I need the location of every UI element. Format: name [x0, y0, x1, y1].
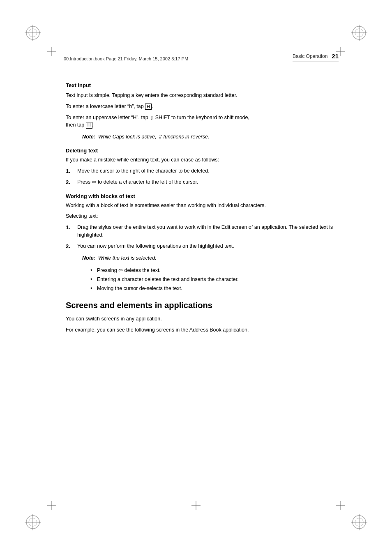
text-input-para1: Text input is simple. Tapping a key ente…: [66, 92, 339, 99]
bullet-symbol-1: •: [90, 266, 97, 274]
blocks-note-label: Note:: [82, 255, 95, 261]
bullet-text-3: Moving the cursor de-selects the text.: [97, 284, 182, 292]
shift-symbol: ⇧: [150, 115, 154, 120]
page-number: 21: [332, 53, 339, 60]
step-num-1: 1.: [66, 167, 77, 175]
text-input-section: Text input Text input is simple. Tapping…: [66, 82, 339, 141]
bullet-symbol-2: •: [90, 275, 97, 283]
bullet-item-2: • Entering a character deletes the text …: [90, 275, 339, 283]
text-input-para3: To enter an uppercase letter “H”, tap ⇧ …: [66, 114, 339, 129]
deleting-text-intro: If you make a mistake while entering tex…: [66, 156, 339, 164]
bullet-item-3: • Moving the cursor de-selects the text.: [90, 284, 339, 292]
crosshair-inner-tl: [47, 47, 56, 58]
step-num-2: 2.: [66, 178, 77, 187]
section-label: Basic Operation: [293, 53, 327, 59]
text-input-heading: Text input: [66, 82, 339, 88]
main-content: Text input Text input is simple. Tapping…: [66, 82, 339, 337]
note-label: Note:: [82, 134, 95, 140]
working-blocks-heading: Working with blocks of text: [66, 193, 339, 199]
step-text-1: Move the cursor to the right of the char…: [77, 167, 339, 175]
blocks-step-num-2: 2.: [66, 242, 77, 251]
screens-elements-section: Screens and elements in applications You…: [66, 301, 339, 334]
corner-decoration-br: [343, 506, 367, 530]
bullet-list: • Pressing ⇦ deletes the text. • Enterin…: [90, 266, 339, 292]
screens-elements-heading: Screens and elements in applications: [66, 301, 339, 310]
blocks-note: Note: While the text is selected:: [82, 254, 339, 262]
screens-elements-para1: You can switch screens in any applicatio…: [66, 315, 339, 323]
screens-elements-para2: For example, you can see the following s…: [66, 326, 339, 334]
deleting-text-heading: Deleting text: [66, 147, 339, 154]
deleting-text-section: Deleting text If you make a mistake whil…: [66, 147, 339, 187]
bullet-item-1: • Pressing ⇦ deletes the text.: [90, 266, 339, 274]
key-h2: H: [86, 122, 92, 128]
step-text-2: Press ⇦ to delete a character to the lef…: [77, 178, 339, 186]
text-input-note: Note: While Caps lock is active, ⇧ funct…: [82, 133, 339, 141]
page: 00.Introduction.book Page 21 Friday, Mar…: [0, 0, 392, 555]
delete-step-1: 1. Move the cursor to the right of the c…: [66, 167, 339, 175]
working-blocks-para1: Working with a block of text is sometime…: [66, 202, 339, 210]
bullet-symbol-3: •: [90, 284, 97, 292]
selecting-label: Selecting text:: [66, 212, 339, 220]
corner-decoration-bl: [25, 506, 49, 530]
crosshair-bottom-center: [191, 501, 201, 512]
text-input-para2: To enter a lowercase letter “h”, tap H.: [66, 103, 339, 111]
header-file-info: 00.Introduction.book Page 21 Friday, Mar…: [64, 55, 188, 62]
blocks-step-1: 1. Drag the stylus over the entire text …: [66, 223, 339, 239]
bullet-text-1: Pressing ⇦ deletes the text.: [97, 266, 161, 274]
header-right: Basic Operation 21: [293, 53, 339, 62]
crosshair-inner-br: [336, 501, 345, 512]
working-blocks-section: Working with blocks of text Working with…: [66, 193, 339, 292]
delete-step-2: 2. Press ⇦ to delete a character to the …: [66, 178, 339, 187]
corner-decoration-tl: [25, 25, 49, 49]
blocks-step-num-1: 1.: [66, 223, 77, 232]
blocks-step-text-1: Drag the stylus over the entire text you…: [77, 223, 339, 239]
crosshair-inner-bl: [47, 501, 56, 512]
corner-decoration-tr: [343, 25, 367, 49]
bullet-text-2: Entering a character deletes the text an…: [97, 275, 239, 283]
blocks-step-text-2: You can now perform the following operat…: [77, 242, 339, 250]
key-h: H: [145, 104, 152, 110]
blocks-step-2: 2. You can now perform the following ope…: [66, 242, 339, 251]
